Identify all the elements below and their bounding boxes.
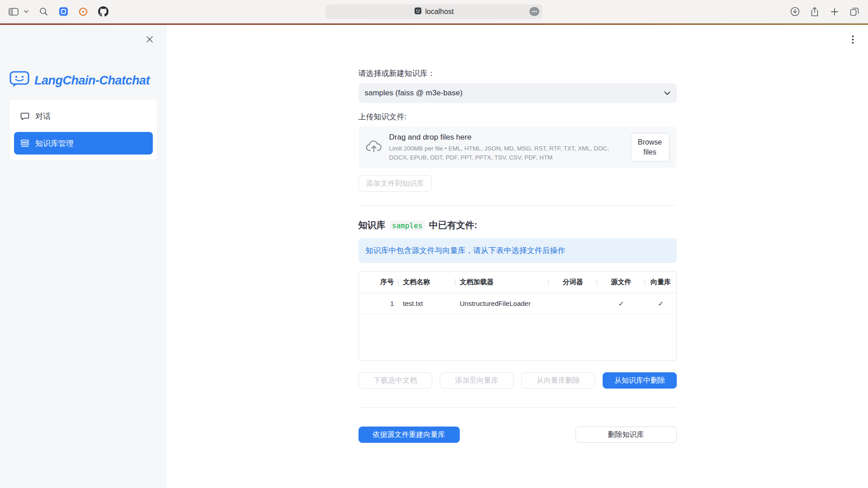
github-icon[interactable]: [97, 5, 109, 18]
table-header-vector-store[interactable]: 向量库: [645, 272, 676, 293]
download-selected-button[interactable]: 下载选中文档: [359, 372, 432, 389]
table-empty-area: [359, 314, 676, 360]
sidebar-toggle-icon[interactable]: [7, 5, 20, 18]
delete-from-kb-button[interactable]: 从知识库中删除: [603, 372, 676, 389]
url-text: localhost: [425, 8, 453, 16]
files-table: 序号 文档名称 文档加载器 分词器 源文件 向量库 1 test.txt Uns…: [359, 271, 677, 361]
main-content: 请选择或新建知识库： samples (faiss @ m3e-base) 上传…: [167, 25, 868, 488]
extension-icon-blue[interactable]: [57, 5, 70, 18]
kebab-menu-icon[interactable]: [846, 33, 859, 46]
cell-index: 1: [359, 300, 399, 307]
kb-select-label: 请选择或新建知识库：: [359, 68, 677, 79]
sidebar-item-chat[interactable]: 对话: [14, 105, 153, 127]
add-to-vector-store-button[interactable]: 添加至向量库: [440, 372, 514, 389]
table-header-doc-name[interactable]: 文档名称: [398, 272, 455, 293]
files-heading-prefix: 知识库: [359, 220, 386, 230]
dropzone-hint: Limit 200MB per file • EML, HTML, JSON, …: [389, 144, 620, 162]
new-tab-icon[interactable]: [828, 5, 841, 18]
kb-select-value: samples (faiss @ m3e-base): [365, 89, 463, 98]
files-heading-suffix: 中已有文件:: [429, 220, 477, 230]
knowledge-base-icon: [20, 139, 29, 148]
sidebar-item-knowledge-base[interactable]: 知识库管理: [14, 132, 153, 155]
divider: [359, 205, 677, 206]
cell-doc-name: test.txt: [398, 300, 455, 307]
table-header-index[interactable]: 序号: [359, 272, 399, 293]
add-files-button[interactable]: 添加文件到知识库: [359, 175, 432, 192]
chat-icon: [20, 112, 29, 121]
file-dropzone[interactable]: Drag and drop files here Limit 200MB per…: [359, 127, 677, 168]
address-bar[interactable]: localhost: [326, 4, 542, 19]
table-header-source-file[interactable]: 源文件: [597, 272, 646, 293]
browse-files-button[interactable]: Browse files: [631, 133, 670, 162]
logo-icon: [9, 70, 30, 91]
logo-text: LangChain-Chatchat: [34, 74, 150, 88]
files-heading: 知识库 samples 中已有文件:: [359, 219, 677, 231]
browser-toolbar: localhost: [0, 0, 868, 23]
table-header-loader[interactable]: 文档加载器: [455, 272, 549, 293]
delete-kb-button[interactable]: 删除知识库: [576, 427, 677, 443]
sidebar-item-label: 对话: [35, 111, 51, 122]
search-icon[interactable]: [37, 5, 50, 18]
file-actions-row: 下载选中文档 添加至向量库 从向量库删除 从知识库中删除: [359, 372, 677, 389]
extensions-badge-icon[interactable]: [529, 7, 539, 16]
cell-vector-store-check: ✓: [645, 300, 676, 308]
share-icon[interactable]: [808, 5, 821, 18]
app-logo: LangChain-Chatchat: [9, 70, 158, 91]
table-header-row: 序号 文档名称 文档加载器 分词器 源文件 向量库: [359, 272, 676, 293]
content-column: 请选择或新建知识库： samples (faiss @ m3e-base) 上传…: [359, 25, 677, 443]
divider: [359, 408, 677, 408]
dropzone-title: Drag and drop files here: [389, 133, 620, 142]
remove-from-vector-store-button[interactable]: 从向量库删除: [521, 372, 595, 389]
kb-select[interactable]: samples (faiss @ m3e-base): [359, 83, 677, 103]
upload-label: 上传知识文件:: [359, 112, 677, 122]
kb-name-code: samples: [390, 221, 425, 231]
table-header-splitter[interactable]: 分词器: [549, 272, 597, 293]
downloads-icon[interactable]: [788, 5, 801, 18]
chevron-down-icon[interactable]: [23, 5, 30, 18]
sidebar: LangChain-Chatchat 对话 知识库管理: [0, 25, 167, 488]
site-favicon: [414, 7, 422, 16]
sidebar-item-label: 知识库管理: [35, 138, 74, 149]
cell-source-file-check: ✓: [597, 300, 646, 308]
table-row[interactable]: 1 test.txt UnstructuredFileLoader ✓ ✓: [359, 293, 676, 314]
close-sidebar-icon[interactable]: [143, 33, 156, 46]
cloud-upload-icon: [366, 140, 382, 155]
rebuild-vector-store-button[interactable]: 依据源文件重建向量库: [359, 427, 460, 443]
kb-actions-row: 依据源文件重建向量库 删除知识库: [359, 427, 677, 443]
extension-icon-orange[interactable]: [77, 5, 90, 18]
info-banner: 知识库中包含源文件与向量库，请从下表中选择文件后操作: [359, 238, 677, 263]
select-chevron-icon: [664, 89, 670, 98]
cell-loader: UnstructuredFileLoader: [455, 300, 549, 307]
sidebar-nav: 对话 知识库管理: [9, 99, 158, 160]
dropzone-text: Drag and drop files here Limit 200MB per…: [389, 133, 623, 162]
tab-overview-icon[interactable]: [848, 5, 861, 18]
